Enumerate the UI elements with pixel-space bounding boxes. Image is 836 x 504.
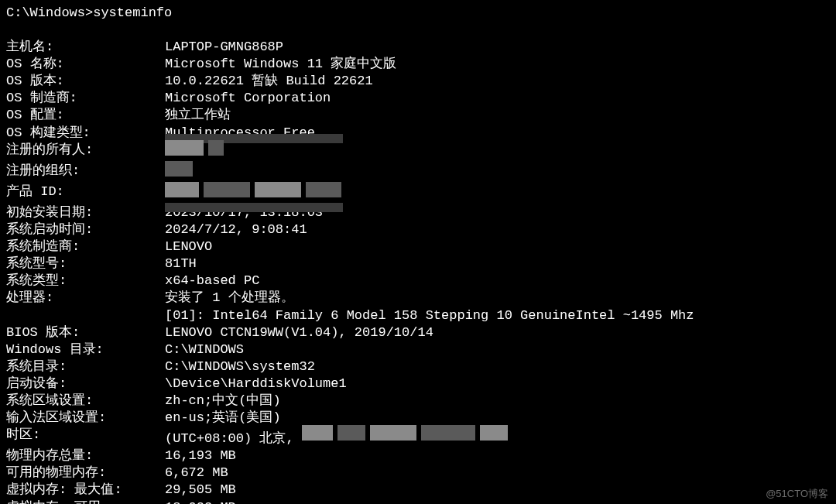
info-row: 输入法区域设置:en-us;英语(美国) [6, 410, 830, 427]
redaction-overlay [165, 203, 343, 212]
info-label: 主机名: [6, 39, 165, 56]
info-row: 产品 ID: [6, 183, 830, 204]
redacted-block [165, 183, 341, 199]
info-value: C:\WINDOWS\system32 [165, 358, 830, 375]
info-row: Windows 目录:C:\WINDOWS [6, 341, 830, 358]
info-value: Multiprocessor Free [165, 125, 830, 142]
command-prompt: C:\Windows>systeminfo [6, 5, 830, 22]
info-row: OS 制造商:Microsoft Corporation [6, 90, 830, 107]
info-value [165, 163, 830, 183]
info-value: C:\WINDOWS [165, 341, 830, 358]
info-value: Microsoft Corporation [165, 90, 830, 107]
info-value: Microsoft Windows 11 家庭中文版 [165, 56, 830, 73]
info-value: [01]: Intel64 Family 6 Model 158 Steppin… [165, 307, 830, 324]
info-label: 虚拟内存: 可用: [6, 499, 165, 504]
info-row: 系统类型:x64-based PC [6, 273, 830, 290]
info-row: 时区:(UTC+08:00) 北京, [6, 427, 830, 447]
info-value: 6,672 MB [165, 465, 830, 482]
info-label: 系统类型: [6, 273, 165, 290]
info-label: OS 制造商: [6, 90, 165, 107]
info-label: OS 构建类型: [6, 125, 165, 142]
info-value: 10.0.22621 暂缺 Build 22621 [165, 73, 830, 90]
info-row: 注册的组织: [6, 163, 830, 183]
info-value: 81TH [165, 255, 830, 273]
info-label: 物理内存总量: [6, 447, 165, 465]
info-row: 物理内存总量:16,193 MB [6, 447, 830, 465]
info-row: 虚拟内存: 最大值:29,505 MB [6, 482, 830, 499]
info-row: BIOS 版本:LENOVO CTCN19WW(V1.04), 2019/10/… [6, 324, 830, 341]
info-label: 可用的物理内存: [6, 465, 165, 482]
info-label: 系统启动时间: [6, 221, 165, 238]
info-row: 处理器:安装了 1 个处理器。 [6, 290, 830, 307]
info-value: 安装了 1 个处理器。 [165, 290, 830, 307]
info-value: 2023/10/17, 13:18:03 [165, 204, 830, 221]
info-row: OS 版本:10.0.22621 暂缺 Build 22621 [6, 73, 830, 90]
info-label: 处理器: [6, 290, 165, 307]
info-value: 29,505 MB [165, 482, 830, 499]
info-row: [01]: Intel64 Family 6 Model 158 Steppin… [6, 307, 830, 324]
info-value: 2024/7/12, 9:08:41 [165, 221, 830, 238]
info-row: 初始安装日期:2023/10/17, 13:18:03 [6, 204, 830, 221]
info-row: 启动设备:\Device\HarddiskVolume1 [6, 375, 830, 393]
info-label: 注册的组织: [6, 163, 165, 183]
info-label: 系统制造商: [6, 238, 165, 255]
systeminfo-output: 主机名:LAPTOP-GMNG868POS 名称:Microsoft Windo… [6, 39, 830, 504]
info-label: OS 配置: [6, 107, 165, 124]
info-label: OS 名称: [6, 56, 165, 73]
watermark: @51CTO博客 [766, 488, 828, 501]
info-row: 虚拟内存: 可用:18,022 MB [6, 499, 830, 504]
info-row: 系统型号:81TH [6, 255, 830, 273]
info-label: 时区: [6, 427, 165, 447]
info-row: 系统目录:C:\WINDOWS\system32 [6, 358, 830, 375]
info-label: 初始安装日期: [6, 204, 165, 221]
info-value: x64-based PC [165, 273, 830, 290]
info-value: \Device\HarddiskVolume1 [165, 375, 830, 393]
info-label: 输入法区域设置: [6, 410, 165, 427]
info-label: OS 版本: [6, 73, 165, 90]
info-value: LAPTOP-GMNG868P [165, 39, 830, 56]
info-row: OS 构建类型:Multiprocessor Free [6, 125, 830, 142]
info-row: 系统制造商:LENOVO [6, 238, 830, 255]
info-label: 系统区域设置: [6, 393, 165, 410]
info-row: 可用的物理内存:6,672 MB [6, 465, 830, 482]
info-value: 18,022 MB [165, 499, 830, 504]
info-value: 16,193 MB [165, 447, 830, 465]
info-value: (UTC+08:00) 北京, [165, 427, 830, 447]
info-value: LENOVO [165, 238, 830, 255]
info-label: 启动设备: [6, 375, 165, 393]
info-label: 系统目录: [6, 358, 165, 375]
redacted-block [302, 427, 508, 442]
info-value: LENOVO CTCN19WW(V1.04), 2019/10/14 [165, 324, 830, 341]
info-row: 系统区域设置:zh-cn;中文(中国) [6, 393, 830, 410]
info-label: BIOS 版本: [6, 324, 165, 341]
info-row: 系统启动时间:2024/7/12, 9:08:41 [6, 221, 830, 238]
info-label: 虚拟内存: 最大值: [6, 482, 165, 499]
info-label: 系统型号: [6, 255, 165, 273]
info-row: OS 名称:Microsoft Windows 11 家庭中文版 [6, 56, 830, 73]
info-value: zh-cn;中文(中国) [165, 393, 830, 410]
info-value [165, 183, 830, 204]
info-label: 注册的所有人: [6, 142, 165, 163]
info-value: en-us;英语(美国) [165, 410, 830, 427]
info-row: 主机名:LAPTOP-GMNG868P [6, 39, 830, 56]
info-value: 独立工作站 [165, 107, 830, 124]
info-value [165, 142, 830, 163]
info-label: 产品 ID: [6, 183, 165, 204]
info-row: 注册的所有人: [6, 142, 830, 163]
info-row: OS 配置:独立工作站 [6, 107, 830, 124]
info-label: Windows 目录: [6, 341, 165, 358]
redacted-block [165, 142, 224, 157]
redacted-block [165, 163, 193, 178]
